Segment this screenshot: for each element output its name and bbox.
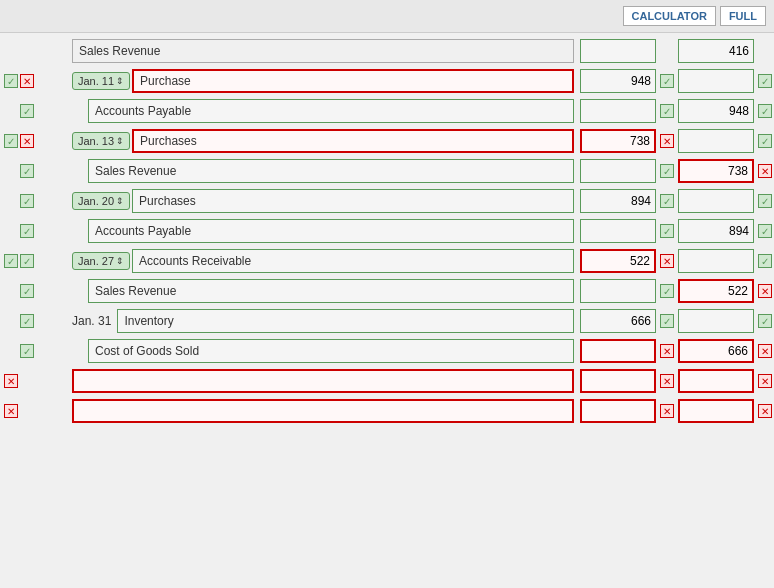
jan13-check-green[interactable]: ✓ <box>4 134 18 148</box>
jan20-credit-row: ✓ ✓ ✓ <box>0 217 774 245</box>
jan20-credit-check[interactable]: ✓ <box>758 194 772 208</box>
jan31-cogs-input[interactable] <box>88 339 574 363</box>
sales-revenue-header-debit[interactable] <box>580 39 656 63</box>
jan20-check-green[interactable]: ✓ <box>20 194 34 208</box>
jan13-sr-debit-check[interactable]: ✓ <box>660 164 674 178</box>
jan13-account-input[interactable] <box>132 129 574 153</box>
jan11-ap-credit-check[interactable]: ✓ <box>758 104 772 118</box>
jan27-sr-debit-check[interactable]: ✓ <box>660 284 674 298</box>
jan27-account-input[interactable] <box>132 249 574 273</box>
jan11-ap-check[interactable]: ✓ <box>20 104 34 118</box>
jan31-credit-row: ✓ ✕ ✕ <box>0 337 774 365</box>
content-area: ✓ ✕ Jan. 11 ⇕ ✓ ✓ ✓ <box>0 33 774 431</box>
jan27-credit[interactable] <box>678 249 754 273</box>
jan31-cogs-check[interactable]: ✓ <box>20 344 34 358</box>
jan20-debit[interactable] <box>580 189 656 213</box>
empty2-debit[interactable] <box>580 399 656 423</box>
jan27-credit-check[interactable]: ✓ <box>758 254 772 268</box>
jan27-sr-debit[interactable] <box>580 279 656 303</box>
jan13-row: ✓ ✕ Jan. 13 ⇕ ✕ ✓ <box>0 127 774 155</box>
jan31-check[interactable]: ✓ <box>20 314 34 328</box>
jan31-account-input[interactable] <box>117 309 574 333</box>
empty-row-2: ✕ ✕ ✕ <box>0 397 774 425</box>
empty1-account[interactable] <box>72 369 574 393</box>
jan31-cogs-debit[interactable] <box>580 339 656 363</box>
jan27-sr-check[interactable]: ✓ <box>20 284 34 298</box>
jan31-debit[interactable] <box>580 309 656 333</box>
empty1-check[interactable]: ✕ <box>4 374 18 388</box>
jan11-debit-check[interactable]: ✓ <box>660 74 674 88</box>
jan11-ap-debit[interactable] <box>580 99 656 123</box>
jan13-sr-credit-check[interactable]: ✕ <box>758 164 772 178</box>
jan11-check-green[interactable]: ✓ <box>4 74 18 88</box>
calculator-button[interactable]: CALCULATOR <box>623 6 716 26</box>
jan20-row: ✓ Jan. 20 ⇕ ✓ ✓ <box>0 187 774 215</box>
empty1-credit[interactable] <box>678 369 754 393</box>
jan31-row: ✓ Jan. 31 ✓ ✓ <box>0 307 774 335</box>
jan13-date-badge[interactable]: Jan. 13 ⇕ <box>72 132 130 150</box>
jan11-account-input[interactable] <box>132 69 574 93</box>
jan20-ap-debit-check[interactable]: ✓ <box>660 224 674 238</box>
jan27-check-green2[interactable]: ✓ <box>20 254 34 268</box>
jan20-credit[interactable] <box>678 189 754 213</box>
jan11-ap-input[interactable] <box>88 99 574 123</box>
jan20-account-input[interactable] <box>132 189 574 213</box>
empty2-account[interactable] <box>72 399 574 423</box>
jan11-ap-debit-check[interactable]: ✓ <box>660 104 674 118</box>
jan27-check-green[interactable]: ✓ <box>4 254 18 268</box>
jan11-credit-check[interactable]: ✓ <box>758 74 772 88</box>
jan20-ap-credit[interactable] <box>678 219 754 243</box>
empty1-debit[interactable] <box>580 369 656 393</box>
empty1-debit-check[interactable]: ✕ <box>660 374 674 388</box>
jan11-credit[interactable] <box>678 69 754 93</box>
jan27-debit-check[interactable]: ✕ <box>660 254 674 268</box>
jan20-ap-debit[interactable] <box>580 219 656 243</box>
jan31-credit-check[interactable]: ✓ <box>758 314 772 328</box>
jan27-sr-input[interactable] <box>88 279 574 303</box>
jan27-debit[interactable] <box>580 249 656 273</box>
jan11-check-red[interactable]: ✕ <box>20 74 34 88</box>
empty2-check[interactable]: ✕ <box>4 404 18 418</box>
jan20-ap-input[interactable] <box>88 219 574 243</box>
jan13-credit-row: ✓ ✓ ✕ <box>0 157 774 185</box>
jan11-row: ✓ ✕ Jan. 11 ⇕ ✓ ✓ <box>0 67 774 95</box>
jan13-sr-debit[interactable] <box>580 159 656 183</box>
empty2-credit[interactable] <box>678 399 754 423</box>
empty2-debit-check[interactable]: ✕ <box>660 404 674 418</box>
jan20-debit-check[interactable]: ✓ <box>660 194 674 208</box>
jan13-credit-check[interactable]: ✓ <box>758 134 772 148</box>
sales-revenue-header-input[interactable] <box>72 39 574 63</box>
jan13-credit[interactable] <box>678 129 754 153</box>
jan31-date-plain: Jan. 31 <box>72 314 111 328</box>
jan13-debit-check[interactable]: ✕ <box>660 134 674 148</box>
jan31-debit-check[interactable]: ✓ <box>660 314 674 328</box>
sales-revenue-header-row <box>0 37 774 65</box>
jan20-date-badge[interactable]: Jan. 20 ⇕ <box>72 192 130 210</box>
jan13-debit[interactable] <box>580 129 656 153</box>
jan27-date-badge[interactable]: Jan. 27 ⇕ <box>72 252 130 270</box>
jan27-sr-credit-check[interactable]: ✕ <box>758 284 772 298</box>
empty-row-1: ✕ ✕ ✕ <box>0 367 774 395</box>
sales-revenue-header-credit[interactable] <box>678 39 754 63</box>
jan11-credit-row: ✓ ✓ ✓ <box>0 97 774 125</box>
full-button[interactable]: FULL <box>720 6 766 26</box>
jan27-row: ✓ ✓ Jan. 27 ⇕ ✕ ✓ <box>0 247 774 275</box>
empty1-credit-check[interactable]: ✕ <box>758 374 772 388</box>
jan13-sr-input[interactable] <box>88 159 574 183</box>
jan31-cogs-credit[interactable] <box>678 339 754 363</box>
jan20-ap-check[interactable]: ✓ <box>20 224 34 238</box>
jan11-debit[interactable] <box>580 69 656 93</box>
jan31-credit[interactable] <box>678 309 754 333</box>
jan31-cogs-debit-check[interactable]: ✕ <box>660 344 674 358</box>
jan20-ap-credit-check[interactable]: ✓ <box>758 224 772 238</box>
jan13-sr-credit[interactable] <box>678 159 754 183</box>
jan31-cogs-credit-check[interactable]: ✕ <box>758 344 772 358</box>
jan27-sr-credit[interactable] <box>678 279 754 303</box>
empty2-credit-check[interactable]: ✕ <box>758 404 772 418</box>
top-bar: CALCULATOR FULL <box>0 0 774 33</box>
jan13-sr-check[interactable]: ✓ <box>20 164 34 178</box>
jan11-date-badge[interactable]: Jan. 11 ⇕ <box>72 72 130 90</box>
jan27-credit-row: ✓ ✓ ✕ <box>0 277 774 305</box>
jan13-check-red[interactable]: ✕ <box>20 134 34 148</box>
jan11-ap-credit[interactable] <box>678 99 754 123</box>
